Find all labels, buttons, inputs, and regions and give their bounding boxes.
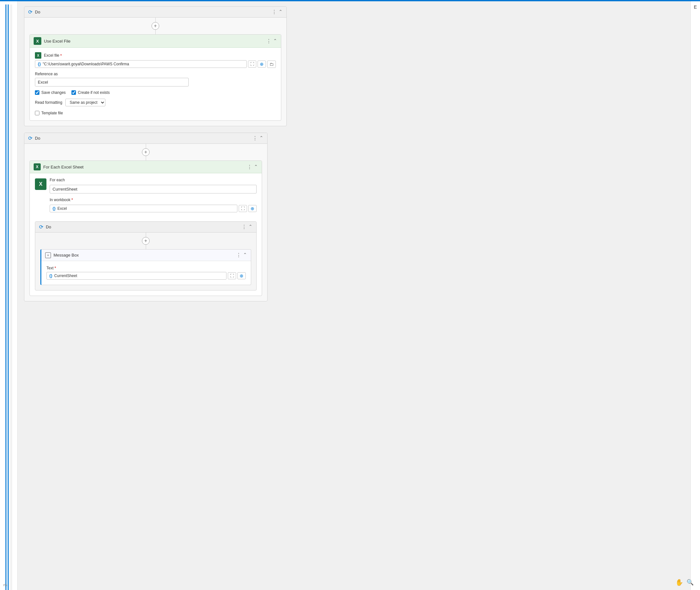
- nested-do-collapse-icon[interactable]: ⌃: [248, 224, 253, 230]
- create-if-not-exists-checkbox[interactable]: [72, 90, 76, 95]
- sidebar-gray-line2: [11, 4, 12, 590]
- do-block-1-title: Do: [35, 10, 40, 14]
- main-area: ⟳ Do ⋮ ⌃ + X Use Excel File: [0, 1, 700, 590]
- nested-do-header-left: ⟳ Do: [39, 224, 51, 230]
- add-action-btn-2[interactable]: +: [142, 148, 149, 156]
- use-excel-card-body: X Excel file * {} "C:\Users\swarit.goyal…: [30, 48, 281, 120]
- in-workbook-input[interactable]: {} Excel: [49, 205, 237, 212]
- do-block-1-header-right: ⋮ ⌃: [272, 9, 283, 15]
- curly-braces-text: {}: [49, 274, 52, 278]
- do-block-2: ⟳ Do ⋮ ⌃ + X For Each Excel Sheet: [24, 132, 268, 301]
- reference-as-input[interactable]: [35, 78, 189, 87]
- do-loop-icon-2: ⟳: [28, 135, 32, 141]
- for-each-icon-row: X For each In workbook * {}: [35, 178, 257, 212]
- text-input[interactable]: {} CurrentSheet: [46, 272, 226, 280]
- do-block-1-menu-icon[interactable]: ⋮: [272, 9, 277, 15]
- in-workbook-label-row: In workbook *: [49, 197, 257, 202]
- checkbox-row: Save changes Create if not exists: [35, 90, 276, 95]
- plus-connector-2: +: [24, 144, 267, 161]
- use-excel-collapse-icon[interactable]: ⌃: [273, 38, 277, 44]
- for-each-card-body: X For each In workbook * {}: [30, 173, 262, 221]
- add-var-btn[interactable]: ⊕: [258, 61, 266, 68]
- message-box-title: Message Box: [54, 253, 79, 258]
- message-box-header-left: ≡ Message Box: [45, 253, 79, 258]
- message-box-collapse-icon[interactable]: ⌃: [243, 252, 247, 258]
- text-expand-btn[interactable]: ⛶: [228, 272, 236, 279]
- for-each-menu-icon[interactable]: ⋮: [247, 164, 252, 170]
- for-each-label: For each: [49, 178, 257, 182]
- sidebar-blue-line2: [8, 4, 9, 590]
- message-box-menu-icon[interactable]: ⋮: [236, 252, 241, 258]
- save-changes-checkbox[interactable]: [35, 90, 39, 95]
- text-input-row: {} CurrentSheet ⛶ ⊕: [46, 272, 246, 280]
- use-excel-menu-icon[interactable]: ⋮: [266, 38, 271, 44]
- text-label-row: Text *: [46, 266, 246, 270]
- template-file-checkbox[interactable]: [35, 111, 39, 115]
- nested-do-block: ⟳ Do ⋮ ⌃ +: [35, 221, 257, 291]
- excel-file-icon-sm: X: [35, 52, 41, 59]
- excel-file-input-row: {} "C:\Users\swarit.goyal\Downloads\PAWS…: [35, 60, 276, 68]
- browse-btn[interactable]: 🗀: [267, 61, 276, 68]
- read-formatting-row: Read formatting Same as project Yes No: [35, 99, 276, 106]
- curly-braces-workbook: {}: [53, 206, 56, 211]
- add-action-btn-1[interactable]: +: [152, 22, 159, 30]
- for-each-fields: For each In workbook * {} Excel: [49, 178, 257, 212]
- expand-btn[interactable]: ⛶: [248, 61, 256, 68]
- text-label: Text: [46, 266, 54, 270]
- create-if-not-exists-label: Create if not exists: [78, 90, 110, 95]
- text-value: CurrentSheet: [54, 274, 224, 278]
- message-box-header-right: ⋮ ⌃: [236, 252, 247, 258]
- message-box-icon: ≡: [45, 253, 51, 258]
- do-block-2-collapse-icon[interactable]: ⌃: [260, 135, 263, 141]
- canvas-area: ⟳ Do ⋮ ⌃ + X Use Excel File: [18, 1, 690, 590]
- excel-file-required: *: [60, 53, 62, 58]
- for-each-collapse-icon[interactable]: ⌃: [254, 164, 258, 170]
- in-workbook-input-row: {} Excel ⛶ ⊕: [49, 205, 257, 212]
- sidebar-blue-line: [5, 4, 6, 590]
- use-excel-card-header-left: X Use Excel File: [34, 37, 71, 45]
- template-file-label: Template file: [41, 111, 63, 115]
- for-each-card-header: X For Each Excel Sheet ⋮ ⌃: [30, 161, 262, 173]
- excel-file-label: Excel file: [44, 53, 59, 58]
- do-block-2-header: ⟳ Do ⋮ ⌃: [24, 133, 267, 144]
- message-box-body: Text * {} CurrentSheet ⛶ ⊕: [41, 261, 251, 285]
- plus-connector-1: +: [24, 18, 286, 34]
- text-required: *: [55, 266, 56, 270]
- message-box-card: ≡ Message Box ⋮ ⌃ Text *: [40, 249, 251, 285]
- hand-icon[interactable]: ✋: [675, 579, 683, 586]
- right-panel-label: E: [694, 4, 697, 10]
- search-icon[interactable]: 🔍: [687, 579, 694, 586]
- in-workbook-value: Excel: [57, 206, 234, 211]
- save-changes-checkbox-item: Save changes: [35, 90, 66, 95]
- bottom-toolbar: ✋ 🔍: [675, 579, 694, 586]
- nested-do-header-right: ⋮ ⌃: [241, 224, 253, 230]
- do-block-1-collapse-icon[interactable]: ⌃: [279, 9, 283, 15]
- do-block-2-header-right: ⋮ ⌃: [253, 135, 263, 141]
- excel-file-input[interactable]: {} "C:\Users\swarit.goyal\Downloads\PAWS…: [35, 60, 247, 68]
- workbook-expand-btn[interactable]: ⛶: [239, 205, 247, 212]
- nested-do-menu-icon[interactable]: ⋮: [241, 224, 247, 230]
- use-excel-card-header-right: ⋮ ⌃: [266, 38, 277, 44]
- use-excel-card-header: X Use Excel File ⋮ ⌃: [30, 34, 281, 48]
- message-box-header: ≡ Message Box ⋮ ⌃: [41, 250, 251, 261]
- reference-as-field: Reference as: [35, 72, 276, 87]
- text-add-btn[interactable]: ⊕: [237, 272, 246, 279]
- do-block-2-menu-icon[interactable]: ⋮: [253, 135, 258, 141]
- for-each-excel-card: X For Each Excel Sheet ⋮ ⌃ X For each: [29, 161, 262, 296]
- create-if-not-exists-item: Create if not exists: [72, 90, 110, 95]
- for-each-header-left: X For Each Excel Sheet: [34, 163, 84, 170]
- reference-as-label: Reference as: [35, 72, 276, 76]
- do-block-1-header: ⟳ Do ⋮ ⌃: [24, 7, 286, 18]
- nested-do-loop-icon: ⟳: [39, 224, 43, 230]
- add-action-btn-3[interactable]: +: [142, 237, 149, 245]
- save-changes-label: Save changes: [41, 90, 66, 95]
- use-excel-card-title: Use Excel File: [44, 39, 71, 43]
- do-block-1-header-left: ⟳ Do: [28, 9, 40, 15]
- workbook-add-btn[interactable]: ⊕: [248, 205, 257, 212]
- in-workbook-required: *: [72, 197, 73, 202]
- read-formatting-select[interactable]: Same as project Yes No: [65, 99, 105, 106]
- plus-connector-3: +: [35, 232, 256, 249]
- do-block-2-header-left: ⟳ Do: [28, 135, 40, 141]
- for-each-value-input[interactable]: [49, 185, 257, 193]
- excel-icon-foreach: X: [34, 163, 41, 170]
